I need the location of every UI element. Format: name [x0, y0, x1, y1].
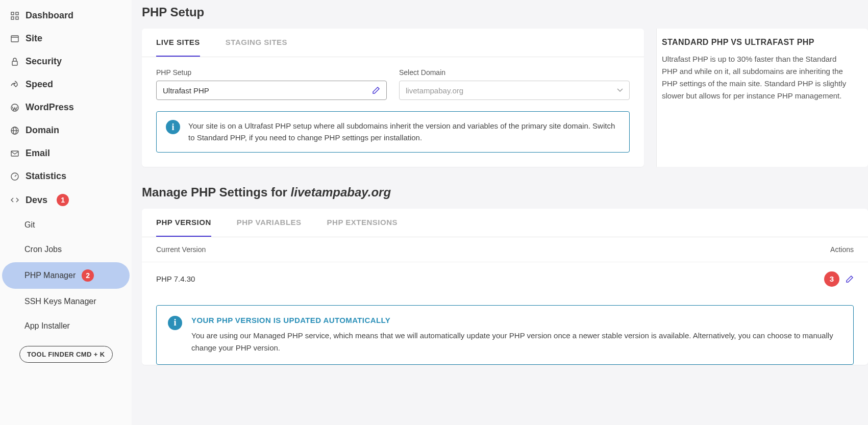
subnav-php-manager[interactable]: PHP Manager 2 [2, 262, 130, 289]
php-setup-section: LIVE SITES STAGING SITES PHP Setup Ultra… [142, 29, 868, 167]
tab-live-sites[interactable]: LIVE SITES [156, 29, 200, 57]
gauge-icon [10, 172, 19, 181]
svg-rect-3 [16, 17, 18, 19]
subnav-label: SSH Keys Manager [24, 297, 96, 306]
mail-icon [10, 149, 19, 158]
chevron-down-icon [617, 88, 623, 92]
side-info-body: Ultrafast PHP is up to 30% faster than t… [662, 53, 853, 102]
manage-php-title: Manage PHP Settings for livetampabay.org [142, 185, 868, 199]
svg-rect-11 [11, 151, 18, 156]
subnav-label: PHP Manager [24, 271, 76, 280]
manage-title-domain: livetampabay.org [291, 185, 391, 199]
sidebar-label: Devs [26, 195, 47, 206]
tool-finder-button[interactable]: TOOL FINDER CMD + K [19, 346, 113, 363]
version-row: PHP 7.4.30 3 [142, 262, 868, 296]
subnav-label: App Installer [24, 321, 70, 331]
info-text: Your site is on a Ultrafast PHP setup wh… [188, 120, 620, 144]
sidebar: Dashboard Site Security Speed WordPress … [0, 0, 132, 425]
auto-update-banner: i YOUR PHP VERSION IS UPDATED AUTOMATICA… [156, 305, 854, 365]
tab-staging-sites[interactable]: STAGING SITES [226, 29, 287, 57]
select-domain-label: Select Domain [399, 68, 630, 77]
sidebar-item-site[interactable]: Site [0, 27, 132, 50]
globe-icon [10, 126, 19, 135]
sidebar-label: Email [26, 148, 50, 159]
sidebar-label: WordPress [26, 102, 74, 113]
php-setup-value: Ultrafast PHP [163, 86, 209, 95]
lock-icon [10, 57, 19, 66]
svg-rect-0 [11, 12, 14, 15]
php-setup-select[interactable]: Ultrafast PHP [156, 81, 387, 100]
svg-rect-6 [12, 61, 17, 65]
subnav-cron-jobs[interactable]: Cron Jobs [2, 238, 130, 261]
sidebar-label: Security [26, 56, 62, 67]
sidebar-item-dashboard[interactable]: Dashboard [0, 4, 132, 27]
setup-tabs: LIVE SITES STAGING SITES [142, 29, 644, 57]
current-version-value: PHP 7.4.30 [156, 274, 195, 283]
sidebar-label: Dashboard [26, 10, 73, 21]
auto-update-title: YOUR PHP VERSION IS UPDATED AUTOMATICALL… [191, 316, 842, 324]
main-content: PHP Setup LIVE SITES STAGING SITES PHP S… [132, 0, 868, 425]
sidebar-item-statistics[interactable]: Statistics [0, 165, 132, 188]
version-table-header: Current Version Actions [142, 237, 868, 262]
step-badge-3: 3 [824, 271, 839, 287]
subnav-git[interactable]: Git [2, 213, 130, 237]
svg-rect-1 [16, 12, 18, 15]
ultrafast-info-banner: i Your site is on a Ultrafast PHP setup … [156, 111, 630, 153]
pencil-icon [372, 86, 380, 94]
sidebar-item-domain[interactable]: Domain [0, 119, 132, 142]
col-actions: Actions [830, 245, 854, 254]
svg-rect-2 [11, 17, 14, 19]
page-title: PHP Setup [142, 5, 868, 19]
select-domain-select[interactable]: livetampabay.org [399, 81, 630, 100]
manage-title-prefix: Manage PHP Settings for [142, 185, 291, 199]
select-domain-control: Select Domain livetampabay.org [399, 68, 630, 100]
php-setup-card: LIVE SITES STAGING SITES PHP Setup Ultra… [142, 29, 644, 167]
code-icon [10, 195, 19, 205]
tab-php-extensions[interactable]: PHP EXTENSIONS [327, 209, 398, 237]
side-info-heading: STANDARD PHP VS ULTRAFAST PHP [662, 38, 853, 47]
tab-php-version[interactable]: PHP VERSION [156, 209, 211, 237]
manage-tabs: PHP VERSION PHP VARIABLES PHP EXTENSIONS [142, 209, 868, 237]
subnav-ssh-keys[interactable]: SSH Keys Manager [2, 290, 130, 313]
step-badge-1: 1 [57, 194, 69, 206]
sidebar-label: Site [26, 33, 42, 44]
devs-subnav: Git Cron Jobs PHP Manager 2 SSH Keys Man… [0, 213, 132, 370]
wordpress-icon [10, 103, 19, 112]
select-domain-value: livetampabay.org [406, 86, 463, 95]
sidebar-label: Speed [26, 79, 53, 90]
php-setup-label: PHP Setup [156, 68, 387, 77]
version-actions: 3 [821, 271, 854, 287]
sidebar-item-email[interactable]: Email [0, 142, 132, 165]
sidebar-item-security[interactable]: Security [0, 50, 132, 73]
col-current-version: Current Version [156, 245, 206, 254]
svg-rect-4 [11, 36, 18, 42]
grid-icon [10, 11, 19, 20]
sidebar-item-devs[interactable]: Devs 1 [0, 188, 132, 212]
info-icon: i [168, 316, 182, 330]
sidebar-item-speed[interactable]: Speed [0, 73, 132, 96]
edit-version-button[interactable] [846, 275, 854, 283]
tool-finder-label: TOOL FINDER CMD + K [27, 351, 105, 358]
subnav-label: Cron Jobs [24, 245, 62, 254]
info-icon: i [166, 120, 180, 134]
rocket-icon [10, 80, 19, 89]
php-setup-control: PHP Setup Ultrafast PHP [156, 68, 387, 100]
manage-php-card: PHP VERSION PHP VARIABLES PHP EXTENSIONS… [142, 209, 868, 365]
sidebar-label: Statistics [26, 171, 66, 182]
sidebar-item-wordpress[interactable]: WordPress [0, 96, 132, 119]
sidebar-label: Domain [26, 125, 59, 136]
auto-update-body: You are using our Managed PHP service, w… [191, 330, 842, 354]
tab-php-variables[interactable]: PHP VARIABLES [237, 209, 302, 237]
step-badge-2: 2 [82, 269, 94, 282]
subnav-app-installer[interactable]: App Installer [2, 314, 130, 338]
window-icon [10, 34, 19, 43]
standard-vs-ultrafast-panel: STANDARD PHP VS ULTRAFAST PHP Ultrafast … [656, 29, 868, 167]
subnav-label: Git [24, 220, 35, 230]
